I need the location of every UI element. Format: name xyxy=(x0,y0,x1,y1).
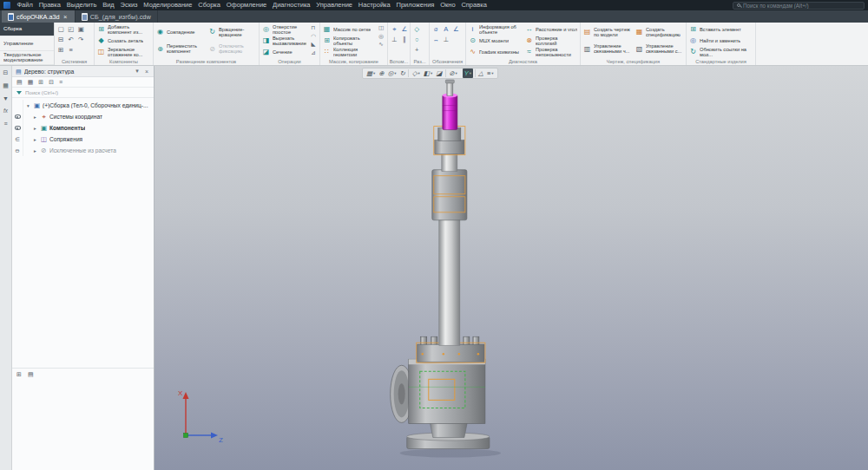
circular-array-icon[interactable]: ◎ xyxy=(376,32,386,41)
create-part-button[interactable]: ◆ Создать деталь xyxy=(95,35,152,46)
expand-all-icon[interactable]: ⊞ xyxy=(38,79,43,85)
geometry-collection-button[interactable]: ∷ Коллекция геометрии xyxy=(321,46,375,57)
datum-symbol-icon[interactable]: ⊥ xyxy=(442,35,451,44)
curvature-graph-button[interactable]: ∿ График кривизны xyxy=(467,46,523,57)
ribbon-tab-solid-modeling[interactable]: Твердотельное моделирование xyxy=(0,51,54,65)
mirror-components-button[interactable]: ◫ Зеркальное отражение ко... xyxy=(95,46,152,57)
split-icon[interactable]: ◇ xyxy=(412,24,422,34)
tree-settings-icon[interactable]: ≡ xyxy=(59,79,62,85)
menu-diagnostics[interactable]: Диагностика xyxy=(270,0,313,10)
composition-view-icon[interactable]: ▦ xyxy=(28,79,34,85)
close-tab-icon[interactable] xyxy=(62,13,69,21)
ribbon-tab-management[interactable]: Управление xyxy=(0,36,54,50)
create-specification-button[interactable]: ▦ Создать спецификацию xyxy=(634,23,685,41)
datum-axis-icon[interactable]: ∠ xyxy=(400,24,410,34)
disable-fixation-button[interactable]: ⊘ Отключить фиксацию xyxy=(207,41,258,58)
redo-icon[interactable]: ↷ xyxy=(76,35,86,44)
viewport-3d[interactable]: ▦▾ ⊕ ◎▾ ↻ ◇▾ ◧▾ ◪ ⊘▾ Y▾ △ ≡▾ xyxy=(155,66,868,470)
cut-extrude-button[interactable]: ◨ Вырезать выдавливанием xyxy=(260,35,307,46)
new-document-icon[interactable]: ▢ xyxy=(56,24,66,34)
tree-item-mates[interactable]: ∈ ◫ Сопряжения xyxy=(12,134,154,145)
undo-icon[interactable]: ↶ xyxy=(67,35,76,44)
command-search-input[interactable]: Поиск по командам (Alt+/) xyxy=(733,2,865,10)
variables-panel-icon[interactable]: fx xyxy=(3,108,8,114)
text-note-icon[interactable]: A xyxy=(442,24,451,34)
menu-modeling[interactable]: Моделирование xyxy=(141,0,195,10)
collapse-all-icon[interactable]: ⊟ xyxy=(49,79,54,85)
tree-panel-icon[interactable]: ⊟ xyxy=(3,69,9,75)
history-mode-icon[interactable]: ▤ xyxy=(28,371,34,377)
simple-hole-button[interactable]: ◎ Отверстие простое xyxy=(260,23,307,35)
coincident-mate-button[interactable]: ◉ Совпадение xyxy=(155,23,206,41)
mirror-array-icon[interactable]: ◫ xyxy=(376,23,386,32)
tree-mode-icon[interactable]: ⊞ xyxy=(16,371,22,377)
expander-open-icon[interactable] xyxy=(25,103,31,108)
menu-file[interactable]: Файл xyxy=(14,0,36,10)
rotation-rotation-mate-button[interactable]: ↻ Вращение-вращение xyxy=(207,23,258,41)
mass-properties-button[interactable]: ⊙ МЦХ модели xyxy=(467,35,523,46)
expander-closed-icon[interactable] xyxy=(32,137,38,142)
collision-check-button[interactable]: ⊗ Проверка коллизий xyxy=(523,35,579,46)
open-document-icon[interactable]: ◰ xyxy=(67,24,76,34)
panel-close-icon[interactable]: × xyxy=(143,69,150,75)
visibility-eye-icon[interactable] xyxy=(15,126,21,130)
menu-management[interactable]: Управление xyxy=(313,0,355,10)
ribbon-tab-assembly[interactable]: Сборка xyxy=(0,23,54,36)
doc-tab-drawing[interactable]: СБ_(для_изгбы).cdw xyxy=(76,10,158,23)
panel-menu-icon[interactable]: ≡ xyxy=(3,121,7,127)
menu-assembly[interactable]: Сборка xyxy=(195,0,223,10)
tree-search-input[interactable]: Поиск (Ctrl+/) xyxy=(12,88,154,98)
update-links-button[interactable]: ↻ Обновить ссылки на мод... xyxy=(687,46,754,57)
create-drawing-button[interactable]: ▤ Создать чертеж по модели xyxy=(582,23,633,41)
diameter-icon[interactable]: ⌀ xyxy=(431,24,441,34)
parallel-icon[interactable]: ∥ xyxy=(400,35,410,44)
structure-view-icon[interactable]: ▤ xyxy=(16,79,23,85)
perpendicular-icon[interactable]: ⊥ xyxy=(390,35,399,44)
tree-item-components[interactable]: ▣ Компоненты xyxy=(12,122,154,134)
section-button[interactable]: ◪ Сечение xyxy=(260,46,307,57)
region-icon[interactable]: ○ xyxy=(412,35,422,44)
menu-edit[interactable]: Правка xyxy=(36,0,63,10)
menu-window[interactable]: Окно xyxy=(437,0,458,10)
menu-select[interactable]: Выделить xyxy=(63,0,99,10)
tree-item-excluded[interactable]: ⊖ ⊘ Исключенные из расчета xyxy=(12,145,154,156)
manage-linked-specs-button[interactable]: ▧ Управление связанными с... xyxy=(634,41,685,58)
curve-array-icon[interactable]: ∿ xyxy=(376,40,386,49)
menu-settings[interactable]: Настройка xyxy=(355,0,393,10)
fillet-icon[interactable]: ◠ xyxy=(308,32,319,41)
chamfer-icon[interactable]: ◣ xyxy=(308,40,319,49)
doc-tab-assembly[interactable]: сборОЧКА.a3d xyxy=(2,10,76,23)
expander-closed-icon[interactable] xyxy=(32,126,38,131)
find-replace-button[interactable]: ◎ Найти и заменить xyxy=(687,35,754,46)
extrude-icon[interactable]: ⊓ xyxy=(308,23,319,32)
manage-linked-drawings-button[interactable]: ▥ Управление связанными ч... xyxy=(582,41,633,58)
visibility-eye-icon[interactable] xyxy=(15,114,21,119)
3d-model-valve[interactable] xyxy=(155,66,868,470)
properties-icon[interactable]: ≡ xyxy=(67,45,76,55)
object-info-button[interactable]: i Информация об объекте xyxy=(467,23,523,35)
linear-dimension-icon[interactable]: ↔ xyxy=(431,35,441,44)
app-logo-icon[interactable] xyxy=(3,2,10,9)
tree-item-assembly-root[interactable]: ▣ (+)Сборка (Тел-0, Сборочных единиц-... xyxy=(12,100,154,111)
grid-array-button[interactable]: ▦ Массив по сетке xyxy=(321,23,375,35)
expander-closed-icon[interactable] xyxy=(32,114,38,120)
distance-angle-button[interactable]: ↔ Расстояние и угол xyxy=(523,23,579,35)
filter-panel-icon[interactable]: ▼ xyxy=(3,95,9,101)
tree-item-coordinate-systems[interactable]: ⌖ Системы координат xyxy=(12,111,154,122)
expander-closed-icon[interactable] xyxy=(32,148,38,153)
rib-icon[interactable]: ⊿ xyxy=(308,49,319,57)
save-icon[interactable]: ▣ xyxy=(76,24,86,34)
datum-plane-icon[interactable]: ⌖ xyxy=(390,24,399,34)
menu-layout[interactable]: Оформление xyxy=(223,0,269,10)
menu-help[interactable]: Справка xyxy=(458,0,490,10)
add-geometry-icon[interactable]: + xyxy=(412,45,422,55)
menu-view[interactable]: Вид xyxy=(100,0,117,10)
copy-icon[interactable]: ⊞ xyxy=(56,45,66,55)
add-component-button[interactable]: ⊞ Добавить компонент из... xyxy=(95,23,152,35)
move-component-button[interactable]: ⊕ Переместить компонент xyxy=(155,41,206,58)
menu-applications[interactable]: Приложения xyxy=(393,0,437,10)
print-icon[interactable]: ⊟ xyxy=(56,35,66,44)
angle-dimension-icon[interactable]: ∠ xyxy=(451,24,461,34)
menu-sketch[interactable]: Эскиз xyxy=(117,0,141,10)
panel-options-icon[interactable]: ▾ xyxy=(134,68,141,75)
